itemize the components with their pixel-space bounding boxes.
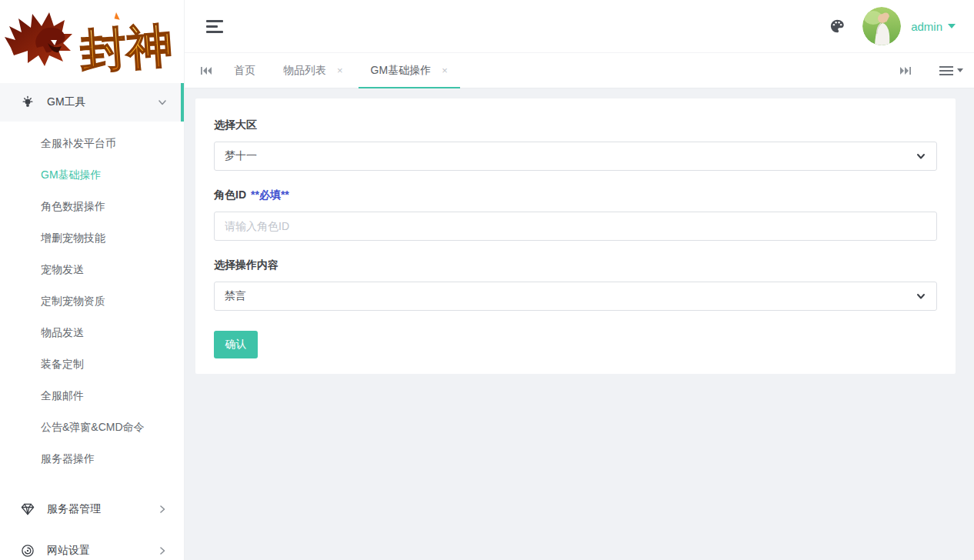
role-id-input[interactable] xyxy=(214,212,937,241)
confirm-button[interactable]: 确认 xyxy=(214,331,258,358)
user-menu[interactable]: admin xyxy=(911,20,956,33)
palette-icon[interactable] xyxy=(829,18,846,35)
chevron-right-icon xyxy=(158,505,167,514)
operation-select-value: 禁言 xyxy=(225,289,246,303)
region-select[interactable]: 梦十一 xyxy=(214,142,937,171)
sidebar-item-role-data-ops[interactable]: 角色数据操作 xyxy=(0,191,184,222)
avatar-image xyxy=(862,7,901,45)
main-area: admin 首页 物品列表 × GM基础操作 × xyxy=(185,0,974,560)
role-id-label: 角色ID**必填** xyxy=(214,188,937,202)
sidebar-item-platform-coin[interactable]: 全服补发平台币 xyxy=(0,128,184,159)
app-logo[interactable]: 封神 xyxy=(0,0,184,83)
scroll-tabs-end-icon[interactable] xyxy=(892,65,919,76)
sidebar-submenu-gm-tools: 全服补发平台币 GM基础操作 角色数据操作 增删宠物技能 宠物发送 定制宠物资质… xyxy=(0,122,184,479)
sidebar-section-label: GM工具 xyxy=(47,95,86,109)
sidebar-item-announce-cmd[interactable]: 公告&弹窗&CMD命令 xyxy=(0,412,184,443)
sidebar-item-pet-aptitude[interactable]: 定制宠物资质 xyxy=(0,285,184,317)
logo-text: 封神 xyxy=(78,19,174,77)
close-icon[interactable]: × xyxy=(337,65,343,76)
sidebar-menu: GM工具 全服补发平台币 GM基础操作 角色数据操作 增删宠物技能 宠物发送 定… xyxy=(0,83,184,560)
region-select-value: 梦十一 xyxy=(225,149,257,163)
scroll-tabs-start-icon[interactable] xyxy=(192,53,220,88)
chevron-down-icon xyxy=(916,151,926,162)
tab-bar: 首页 物品列表 × GM基础操作 × xyxy=(185,52,974,88)
sidebar-item-pet-skills[interactable]: 增删宠物技能 xyxy=(0,222,184,254)
lion-graphic xyxy=(5,12,72,66)
region-label: 选择大区 xyxy=(214,118,937,132)
sidebar-item-item-send[interactable]: 物品发送 xyxy=(0,317,184,348)
sidebar-item-global-mail[interactable]: 全服邮件 xyxy=(0,380,184,412)
tab-options-menu-icon[interactable] xyxy=(939,64,963,78)
tab-label: GM基础操作 xyxy=(371,64,432,78)
avatar[interactable] xyxy=(862,7,901,45)
menu-divider-gap xyxy=(0,479,184,487)
top-bar: admin xyxy=(185,0,974,52)
globe-icon xyxy=(20,543,35,558)
tab-label: 物品列表 xyxy=(283,64,326,78)
operation-select[interactable]: 禁言 xyxy=(214,282,937,311)
chevron-down-icon xyxy=(916,291,926,302)
sidebar-item-equip-custom[interactable]: 装备定制 xyxy=(0,348,184,380)
gem-icon xyxy=(20,502,35,517)
tab-item-list[interactable]: 物品列表 × xyxy=(269,53,357,88)
operation-label: 选择操作内容 xyxy=(214,258,937,272)
content-area: 选择大区 梦十一 角色ID**必填** 选择操作内容 禁言 确 xyxy=(185,88,974,560)
required-note: **必填** xyxy=(251,188,289,201)
sidebar-section-gm-tools[interactable]: GM工具 xyxy=(0,83,184,122)
username: admin xyxy=(911,20,942,33)
sidebar-item-gm-basic-ops[interactable]: GM基础操作 xyxy=(0,159,184,191)
sidebar-toggle-icon[interactable] xyxy=(206,17,223,36)
sidebar-item-server-ops[interactable]: 服务器操作 xyxy=(0,443,184,475)
sidebar-section-label: 服务器管理 xyxy=(47,502,101,516)
tab-home[interactable]: 首页 xyxy=(220,53,269,88)
tab-gm-basic-ops[interactable]: GM基础操作 × xyxy=(357,53,462,88)
sidebar-section-site-settings[interactable]: 网站设置 xyxy=(0,532,184,560)
caret-down-icon xyxy=(948,24,956,28)
chevron-right-icon xyxy=(158,546,167,555)
sidebar-section-server-mgmt[interactable]: 服务器管理 xyxy=(0,490,184,528)
tab-label: 首页 xyxy=(234,64,255,78)
sidebar-section-label: 网站设置 xyxy=(47,544,90,558)
gm-basic-ops-panel: 选择大区 梦十一 角色ID**必填** 选择操作内容 禁言 确 xyxy=(195,98,956,374)
logo-image: 封神 xyxy=(3,3,182,83)
sidebar-item-pet-send[interactable]: 宠物发送 xyxy=(0,254,184,285)
bulb-icon xyxy=(20,95,35,110)
chevron-down-icon xyxy=(158,98,167,107)
close-icon[interactable]: × xyxy=(442,65,448,76)
sidebar: 封神 GM工具 xyxy=(0,0,185,560)
